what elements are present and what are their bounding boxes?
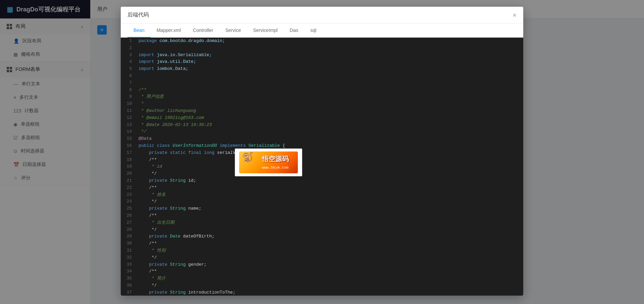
table-row: 35 * 简介 (121, 275, 523, 282)
modal-title: 后端代码 (127, 11, 149, 18)
table-row: 33 private String gender; (121, 261, 523, 268)
table-row: 29 private Date dateOfBirth; (121, 233, 523, 240)
line-code: private String gender; (136, 261, 523, 268)
line-code: * (136, 100, 523, 107)
line-code: @Data (136, 135, 523, 142)
tab-dao[interactable]: Dao (284, 24, 305, 38)
line-number: 30 (121, 240, 136, 247)
line-code: * @author lichunguang (136, 107, 523, 115)
line-code: package com.bootdo.dragdo.domain; (136, 38, 523, 45)
table-row: 20 */ (121, 170, 523, 177)
line-number: 25 (121, 205, 136, 212)
line-code: */ (136, 198, 523, 205)
line-code: /** (136, 157, 523, 164)
line-number: 6 (121, 73, 136, 80)
table-row: 25 private String name; (121, 205, 523, 212)
line-code: import lombok.Data; (136, 66, 523, 73)
tab-service[interactable]: Service (219, 24, 247, 38)
table-row: 15@Data (121, 135, 523, 142)
line-code: private String introductionToThe; (136, 289, 523, 296)
line-number: 16 (121, 142, 136, 149)
line-number: 15 (121, 135, 136, 142)
line-number: 33 (121, 261, 136, 268)
line-number: 29 (121, 233, 136, 240)
line-code (136, 73, 523, 80)
line-code: */ (136, 282, 523, 289)
code-area[interactable]: 1package com.bootdo.dragdo.domain;23impo… (121, 38, 523, 296)
line-number: 37 (121, 289, 136, 296)
table-row: 2 (121, 45, 523, 52)
table-row: 37 private String introductionToThe; (121, 289, 523, 296)
table-row: 17 private static final long serialVersi… (121, 149, 523, 157)
line-code (136, 80, 523, 87)
line-code: * 用户信息 (136, 93, 523, 100)
line-code: * 性别 (136, 247, 523, 254)
table-row: 31 * 性别 (121, 247, 523, 254)
table-row: 21 private String id; (121, 177, 523, 184)
line-code: /** (136, 184, 523, 191)
line-number: 31 (121, 247, 136, 254)
line-code: private String id; (136, 177, 523, 184)
table-row: 26 /** (121, 212, 523, 219)
line-number: 12 (121, 115, 136, 122)
line-number: 14 (121, 128, 136, 135)
line-number: 28 (121, 226, 136, 233)
table-row: 1package com.bootdo.dragdo.domain; (121, 38, 523, 45)
line-number: 5 (121, 66, 136, 73)
line-number: 18 (121, 157, 136, 164)
modal: 后端代码 × Bean Mapper.xml Controller Servic… (121, 7, 523, 296)
table-row: 34 /** (121, 268, 523, 275)
line-code: * 出生日期 (136, 219, 523, 226)
line-code: /** (136, 87, 523, 94)
tab-mapper-xml[interactable]: Mapper.xml (151, 24, 187, 38)
table-row: 30 /** (121, 240, 523, 247)
table-row: 27 * 出生日期 (121, 219, 523, 226)
line-code: * 简介 (136, 275, 523, 282)
line-number: 20 (121, 170, 136, 177)
line-number: 32 (121, 254, 136, 261)
line-code: * @email 1992lcg@163.com (136, 115, 523, 122)
line-number: 4 (121, 58, 136, 66)
table-row: 32 */ (121, 254, 523, 261)
table-row: 5import lombok.Data; (121, 66, 523, 73)
tab-sql[interactable]: sql (304, 24, 322, 38)
tab-controller[interactable]: Controller (187, 24, 219, 38)
modal-close-button[interactable]: × (513, 12, 517, 18)
line-code: */ (136, 226, 523, 233)
line-code: * id (136, 163, 523, 170)
line-code: * 姓名 (136, 191, 523, 199)
table-row: 3import java.io.Serializable; (121, 52, 523, 59)
line-number: 21 (121, 177, 136, 184)
line-number: 22 (121, 184, 136, 191)
table-row: 14 */ (121, 128, 523, 135)
tab-service-impl[interactable]: ServiceImpl (247, 24, 283, 38)
table-row: 22 /** (121, 184, 523, 191)
table-row: 7 (121, 80, 523, 87)
line-number: 26 (121, 212, 136, 219)
modal-header: 后端代码 × (121, 7, 523, 24)
line-code (136, 45, 523, 52)
line-code: public class UserInformationDO implement… (136, 142, 523, 149)
line-code: /** (136, 240, 523, 247)
line-number: 10 (121, 100, 136, 107)
line-number: 19 (121, 163, 136, 170)
table-row: 6 (121, 73, 523, 80)
line-number: 23 (121, 191, 136, 199)
line-number: 35 (121, 275, 136, 282)
line-number: 13 (121, 122, 136, 129)
line-number: 24 (121, 198, 136, 205)
modal-tabs: Bean Mapper.xml Controller Service Servi… (121, 24, 523, 38)
line-code: /** (136, 212, 523, 219)
table-row: 10 * (121, 100, 523, 107)
line-number: 27 (121, 219, 136, 226)
line-code: */ (136, 170, 523, 177)
line-number: 1 (121, 38, 136, 45)
line-code: private String name; (136, 205, 523, 212)
tab-bean[interactable]: Bean (127, 24, 151, 38)
line-number: 34 (121, 268, 136, 275)
line-number: 7 (121, 80, 136, 87)
table-row: 36 */ (121, 282, 523, 289)
line-code: import java.util.Date; (136, 58, 523, 66)
table-row: 8/** (121, 87, 523, 94)
table-row: 4import java.util.Date; (121, 58, 523, 66)
